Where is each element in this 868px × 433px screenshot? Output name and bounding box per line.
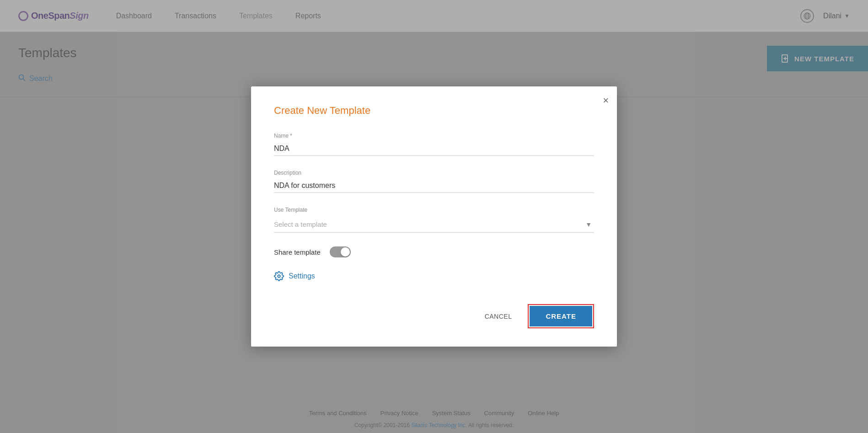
modal-close-button[interactable]: × <box>603 95 609 107</box>
svg-point-10 <box>278 275 280 278</box>
modal-overlay: × Create New Template Name * Description… <box>0 0 868 433</box>
description-label: Description <box>274 170 594 176</box>
modal-footer: CANCEL CREATE <box>274 304 594 328</box>
create-button[interactable]: CREATE <box>530 306 592 326</box>
template-select[interactable]: Select a template <box>274 220 594 228</box>
description-input[interactable] <box>274 179 594 193</box>
share-template-label: Share template <box>274 248 321 256</box>
create-btn-wrapper: CREATE <box>528 304 594 328</box>
name-field-group: Name * <box>274 133 594 156</box>
share-template-toggle[interactable] <box>330 246 351 257</box>
settings-link[interactable]: Settings <box>274 271 594 281</box>
name-input[interactable] <box>274 142 594 156</box>
description-field-group: Description <box>274 170 594 193</box>
settings-label: Settings <box>289 272 315 280</box>
name-label: Name * <box>274 133 594 139</box>
toggle-knob <box>341 247 350 257</box>
cancel-button[interactable]: CANCEL <box>478 308 519 325</box>
modal-title: Create New Template <box>274 105 594 117</box>
share-template-row: Share template <box>274 246 594 257</box>
template-select-wrapper: Select a template ▼ <box>274 217 594 233</box>
use-template-group: Use Template Select a template ▼ <box>274 207 594 233</box>
use-template-label: Use Template <box>274 207 594 213</box>
gear-icon <box>274 271 284 281</box>
create-template-modal: × Create New Template Name * Description… <box>251 86 617 347</box>
